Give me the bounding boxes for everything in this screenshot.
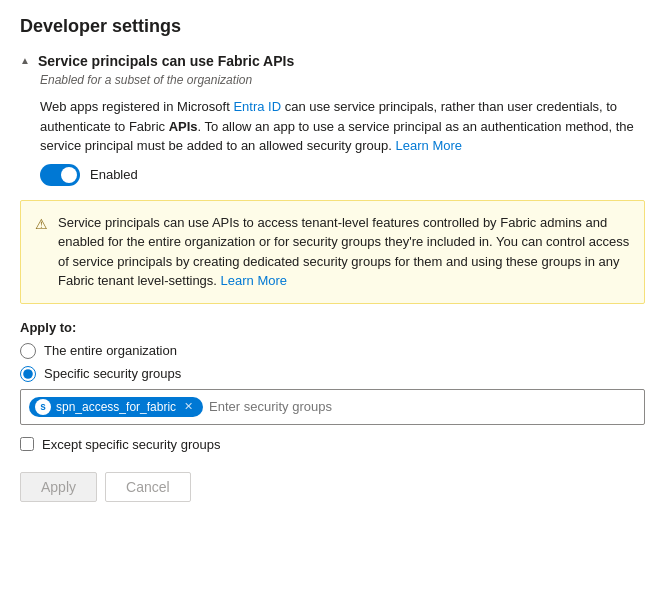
apply-to-label: Apply to:	[20, 320, 645, 335]
except-checkbox-row[interactable]: Except specific security groups	[20, 437, 645, 452]
security-groups-text-input[interactable]	[209, 399, 636, 414]
section-description: Web apps registered in Microsoft Entra I…	[40, 97, 645, 156]
radio-entire-org[interactable]: The entire organization	[20, 343, 645, 359]
collapse-icon[interactable]: ▲	[20, 55, 30, 66]
cancel-button[interactable]: Cancel	[105, 472, 191, 502]
button-row: Apply Cancel	[20, 472, 645, 502]
tag-avatar: s	[35, 399, 51, 415]
radio-specific-groups[interactable]: Specific security groups	[20, 366, 645, 382]
radio-specific-groups-input[interactable]	[20, 366, 36, 382]
tag-close-button[interactable]: ✕	[181, 400, 195, 414]
section-subtitle: Enabled for a subset of the organization	[40, 73, 645, 87]
warning-text: Service principals can use APIs to acces…	[58, 213, 630, 291]
page-title: Developer settings	[20, 16, 645, 37]
radio-entire-org-label: The entire organization	[44, 343, 177, 358]
enabled-toggle[interactable]	[40, 164, 80, 186]
warning-icon: ⚠	[35, 214, 48, 291]
security-groups-input[interactable]: s spn_access_for_fabric ✕	[20, 389, 645, 425]
except-checkbox-label: Except specific security groups	[42, 437, 220, 452]
warning-box: ⚠ Service principals can use APIs to acc…	[20, 200, 645, 304]
radio-entire-org-input[interactable]	[20, 343, 36, 359]
learn-more-link-1[interactable]: Learn More	[396, 138, 462, 153]
learn-more-link-2[interactable]: Learn More	[221, 273, 287, 288]
radio-specific-groups-label: Specific security groups	[44, 366, 181, 381]
entra-id-link[interactable]: Entra ID	[233, 99, 281, 114]
section-container: ▲ Service principals can use Fabric APIs…	[20, 53, 645, 502]
tag-spn-access: s spn_access_for_fabric ✕	[29, 397, 203, 417]
tag-text: spn_access_for_fabric	[56, 400, 176, 414]
toggle-label: Enabled	[90, 167, 138, 182]
toggle-row: Enabled	[40, 164, 645, 186]
apply-button[interactable]: Apply	[20, 472, 97, 502]
section-title: Service principals can use Fabric APIs	[38, 53, 294, 69]
except-checkbox-input[interactable]	[20, 437, 34, 451]
